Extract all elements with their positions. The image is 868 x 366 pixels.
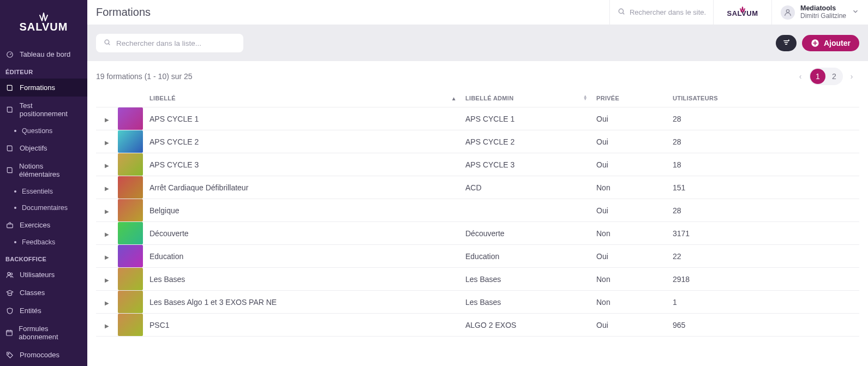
table-row[interactable]: ▶PSC1ALGO 2 EXOSOui965 <box>96 314 859 337</box>
nav-label: Notions élémentaires <box>19 162 82 178</box>
briefcase-icon <box>5 221 14 229</box>
sort-button[interactable] <box>776 35 797 51</box>
svg-point-9 <box>786 9 789 12</box>
cell-libelle-admin: Les Bases <box>461 268 592 291</box>
user-menu[interactable]: Mediatools Dimitri Galitzine <box>772 0 868 25</box>
sidebar-item-formations[interactable]: Formations <box>0 79 87 97</box>
cell-privee: Non <box>592 176 668 199</box>
row-thumbnail <box>118 222 145 245</box>
svg-text:SALVUM: SALVUM <box>727 9 758 17</box>
cell-libelle: Belgique <box>145 199 461 222</box>
caret-right-icon: ▶ <box>105 277 109 283</box>
nav-label: Entités <box>20 307 41 315</box>
table-row[interactable]: ▶APS CYCLE 3APS CYCLE 3Oui18 <box>96 153 859 176</box>
col-utilisateurs[interactable]: UTILISATEURS <box>668 89 859 107</box>
formations-table: LIBELLÉ ▲ LIBELLÉ ADMIN ▲▼ PRIVÉE <box>96 89 859 337</box>
table-row[interactable]: ▶DécouverteDécouverteNon3171 <box>96 222 859 245</box>
add-button[interactable]: Ajouter <box>802 35 859 51</box>
cell-utilisateurs: 151 <box>668 176 859 199</box>
cell-privee: Oui <box>592 153 668 176</box>
shield-icon <box>5 307 14 315</box>
expand-toggle[interactable]: ▶ <box>96 199 118 222</box>
expand-toggle[interactable]: ▶ <box>96 107 118 130</box>
cell-privee: Oui <box>592 245 668 268</box>
cell-libelle: PSC1 <box>145 314 461 337</box>
sidebar-item-promocodes[interactable]: Promocodes <box>0 346 87 364</box>
svg-point-6 <box>8 353 9 354</box>
cell-libelle-admin: Découverte <box>461 222 592 245</box>
site-search[interactable] <box>609 0 713 25</box>
bullet-icon <box>14 207 16 209</box>
expand-toggle[interactable]: ▶ <box>96 176 118 199</box>
cell-utilisateurs: 18 <box>668 153 859 176</box>
table-row[interactable]: ▶EducationEducationOui22 <box>96 245 859 268</box>
chevron-left-icon: ‹ <box>799 72 802 81</box>
pager-next[interactable]: › <box>844 69 859 84</box>
table-row[interactable]: ▶Les BasesLes BasesNon2918 <box>96 268 859 291</box>
book-icon <box>5 106 14 113</box>
nav-label: Utilisateurs <box>20 271 55 279</box>
users-icon <box>5 271 14 279</box>
sidebar-item-entites[interactable]: Entités <box>0 302 87 320</box>
sidebar-item-test-positionnement[interactable]: Test positionnement <box>0 97 87 123</box>
sidebar-item-utilisateurs[interactable]: Utilisateurs <box>0 266 87 284</box>
col-libelle-admin[interactable]: LIBELLÉ ADMIN ▲▼ <box>461 89 592 107</box>
expand-toggle[interactable]: ▶ <box>96 153 118 176</box>
sidebar-item-classes[interactable]: Classes <box>0 284 87 302</box>
pager-prev[interactable]: ‹ <box>793 69 808 84</box>
list-search[interactable] <box>96 34 243 52</box>
cell-libelle: APS CYCLE 1 <box>145 107 461 130</box>
col-privee[interactable]: PRIVÉE <box>592 89 668 107</box>
expand-toggle[interactable]: ▶ <box>96 291 118 314</box>
table-row[interactable]: ▶Arrêt Cardiaque DéfibrillateurACDNon151 <box>96 176 859 199</box>
expand-toggle[interactable]: ▶ <box>96 130 118 153</box>
pagination: ‹ 12 › <box>793 68 859 85</box>
expand-toggle[interactable]: ▶ <box>96 314 118 337</box>
expand-toggle[interactable]: ▶ <box>96 268 118 291</box>
col-expand <box>96 89 118 107</box>
book-icon <box>5 145 14 152</box>
tag-icon <box>5 351 14 359</box>
row-thumbnail <box>118 245 145 268</box>
cell-libelle: Les Bases Algo 1 et 3 EXOS PAR NE <box>145 291 461 314</box>
col-libelle[interactable]: LIBELLÉ ▲ <box>145 89 461 107</box>
sidebar-sub-questions[interactable]: Questions <box>0 123 87 139</box>
site-search-input[interactable] <box>630 8 705 16</box>
table-row[interactable]: ▶APS CYCLE 2APS CYCLE 2Oui28 <box>96 130 859 153</box>
row-thumbnail <box>118 107 145 130</box>
gauge-icon <box>5 51 14 58</box>
expand-toggle[interactable]: ▶ <box>96 222 118 245</box>
pager-page-2[interactable]: 2 <box>827 69 842 84</box>
cell-utilisateurs: 22 <box>668 245 859 268</box>
cell-libelle: APS CYCLE 2 <box>145 130 461 153</box>
plus-circle-icon <box>811 39 819 47</box>
page-title: Formations <box>87 6 609 19</box>
sidebar-item-objectifs[interactable]: Objectifs <box>0 139 87 157</box>
sidebar-sub-essentiels[interactable]: Essentiels <box>0 183 87 200</box>
bullet-icon <box>14 190 16 193</box>
caret-right-icon: ▶ <box>105 117 109 123</box>
pager-page-1[interactable]: 1 <box>810 69 825 84</box>
cell-privee: Non <box>592 291 668 314</box>
sidebar-item-notions[interactable]: Notions élémentaires <box>0 157 87 183</box>
sidebar-item-exercices[interactable]: Exercices <box>0 216 87 234</box>
sidebar-sub-documentaires[interactable]: Documentaires <box>0 200 87 216</box>
cell-libelle-admin: Education <box>461 245 592 268</box>
sidebar-sub-feedbacks[interactable]: Feedbacks <box>0 234 87 250</box>
nav-label: Exercices <box>20 221 50 229</box>
sidebar-item-dashboard[interactable]: Tableau de bord <box>0 45 87 63</box>
sidebar-item-formules[interactable]: Formules abonnement <box>0 320 87 346</box>
svg-point-4 <box>10 273 13 275</box>
sort-icon <box>782 38 791 49</box>
table-row[interactable]: ▶BelgiqueOui28 <box>96 199 859 222</box>
cell-utilisateurs: 965 <box>668 314 859 337</box>
cell-libelle-admin: ACD <box>461 176 592 199</box>
row-thumbnail <box>118 268 145 291</box>
expand-toggle[interactable]: ▶ <box>96 245 118 268</box>
add-button-label: Ajouter <box>824 39 851 47</box>
list-search-input[interactable] <box>116 39 236 47</box>
calendar-icon <box>5 329 13 337</box>
table-row[interactable]: ▶APS CYCLE 1APS CYCLE 1Oui28 <box>96 107 859 130</box>
brand-logo: SALVUM <box>0 0 87 45</box>
table-row[interactable]: ▶Les Bases Algo 1 et 3 EXOS PAR NELes Ba… <box>96 291 859 314</box>
